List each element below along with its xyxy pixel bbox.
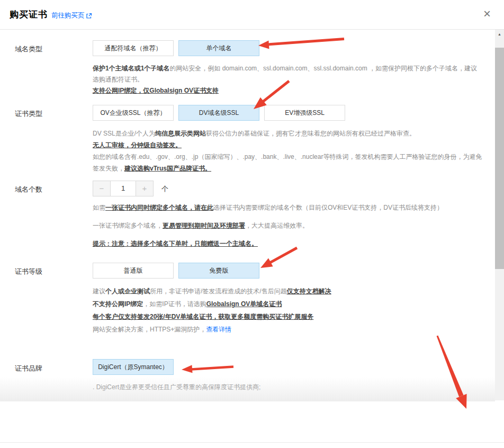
- domain-type-description: 保护1个主域名或1个子域名的网站安全，例如 domain.com、ssl.dom…: [93, 63, 483, 96]
- desc-text: 如需: [93, 204, 105, 211]
- option-wildcard-domain[interactable]: 通配符域名（推荐）: [93, 40, 174, 56]
- domain-count-description: 如需一张证书内同时绑定多个域名，请在此选择证书内需要绑定的域名个数（目前仅OV和…: [93, 202, 483, 249]
- desc-text: 建议选购vTrus国产品牌证书。: [124, 165, 211, 172]
- annotation-arrow-single-domain: [268, 39, 344, 45]
- desc-text: 获得公信力的基础保证，拥有它才意味着您的网站所有权已经过严格审查。: [206, 130, 416, 137]
- desc-text: Globalsign OV单域名证书: [206, 300, 282, 308]
- desc-text: DV SSL是企业/个人为: [93, 130, 155, 137]
- desc-text: 个人或企业测试: [105, 288, 150, 295]
- desc-text: 更易管理到期时间及环境部署: [163, 222, 245, 229]
- desc-text: 选择证书内需要绑定的域名个数（目前仅OV和EV证书支持，DV证书后续将支持）: [213, 204, 443, 211]
- desc-text: 无人工审核，分钟级自动签发。: [93, 141, 182, 149]
- scrollbar-thumb[interactable]: [495, 48, 504, 269]
- stepper-plus-button[interactable]: +: [136, 181, 153, 196]
- scrollbar-up-icon[interactable]: ▲: [495, 30, 504, 39]
- domain-count-stepper: − 1 +: [93, 181, 154, 196]
- desc-text: 建议: [93, 288, 105, 295]
- desc-text: 保护1个主域名或1个子域名: [93, 65, 169, 72]
- dialog-header: 购买证书 前往购买页 ×: [0, 0, 504, 30]
- view-details-link[interactable]: 查看详情: [206, 326, 231, 333]
- desc-text: 所用，非证书申请/签发流程造成的技术/售后问题: [150, 288, 287, 295]
- cert-brand-description: . DigiCert是业界更受信任且广受尊重的高保障度证书提供商;: [93, 382, 483, 393]
- domain-count-input[interactable]: 1: [111, 181, 136, 196]
- cert-brand-label: 证书品牌: [15, 364, 42, 373]
- annotation-arrow-free-edition: [269, 248, 297, 263]
- bottom-divider: [0, 442, 504, 443]
- desc-text: 仅支持文档解决: [287, 288, 331, 295]
- option-free-edition[interactable]: 免费版: [178, 263, 259, 279]
- desc-text: ，如需IP证书，请选购: [143, 300, 206, 308]
- annotation-arrow-digicert: [191, 367, 233, 370]
- option-single-domain[interactable]: 单个域名: [178, 40, 259, 56]
- desc-text: . DigiCert是业界更受信任且广受尊重的高保障度证书提供商;: [93, 383, 260, 391]
- cert-type-description: DV SSL是企业/个人为纯信息展示类网站获得公信力的基础保证，拥有它才意味着您…: [93, 128, 483, 174]
- option-standard-edition[interactable]: 普通版: [93, 263, 174, 279]
- desc-text: 网站安全解决方案，HTTPS+漏洞防护，: [93, 326, 206, 333]
- option-dv-ssl[interactable]: DV域名级SSL: [178, 105, 259, 121]
- page-title: 购买证书: [10, 8, 48, 21]
- desc-text: 纯信息展示类网站: [155, 130, 206, 137]
- desc-text: 一张证书内同时绑定多个域名，请在此: [105, 204, 213, 211]
- domain-type-label: 域名类型: [15, 44, 42, 54]
- desc-text: 支持公网IP绑定，仅Globalsign OV证书支持: [93, 87, 219, 94]
- dialog-footer: 总配置费用 ¥0.00 立即购买: [0, 401, 504, 448]
- go-to-purchase-page-label: 前往购买页: [51, 11, 85, 20]
- desc-text: 提示：注意：选择多个域名下单时，只能赠送一个主域名。: [93, 240, 258, 247]
- cert-extension-service-link[interactable]: 证书扩展服务: [275, 313, 313, 320]
- buy-certificate-dialog: 购买证书 前往购买页 × 域名类型 通配符域名（推荐） 单个域名 保护1个主域名…: [0, 0, 504, 448]
- close-icon[interactable]: ×: [480, 6, 494, 21]
- cert-type-label: 证书类型: [15, 109, 42, 119]
- option-ev-ssl[interactable]: EV增强级SSL: [264, 105, 345, 121]
- cert-level-label: 证书等级: [15, 267, 42, 276]
- stepper-minus-button[interactable]: −: [93, 181, 111, 196]
- desc-text: ，大大提高运维效率。: [245, 222, 309, 229]
- domain-type-options: 通配符域名（推荐） 单个域名: [93, 40, 259, 56]
- go-to-purchase-page-link[interactable]: 前往购买页: [51, 11, 92, 20]
- cert-level-options: 普通版 免费版: [93, 263, 259, 279]
- desc-text: 一张证书绑定多个域名，: [93, 222, 163, 229]
- cert-type-options: OV企业级SSL（推荐） DV域名级SSL EV增强级SSL: [93, 105, 345, 121]
- external-link-icon: [86, 13, 92, 19]
- cert-brand-options: DigiCert（原Symantec）: [93, 359, 174, 375]
- desc-text: 不支持公网IP绑定: [93, 300, 143, 308]
- cert-level-description: 建议个人或企业测试所用，非证书申请/签发流程造成的技术/售后问题仅支持文档解决 …: [93, 285, 483, 336]
- domain-count-unit: 个: [161, 184, 168, 194]
- option-digicert[interactable]: DigiCert（原Symantec）: [93, 359, 174, 375]
- option-ov-ssl[interactable]: OV企业级SSL（推荐）: [93, 105, 174, 121]
- domain-count-label: 域名个数: [15, 185, 42, 194]
- desc-text: 每个客户仅支持签发20张/年DV单域名证书，获取更多额度需购买: [93, 313, 275, 320]
